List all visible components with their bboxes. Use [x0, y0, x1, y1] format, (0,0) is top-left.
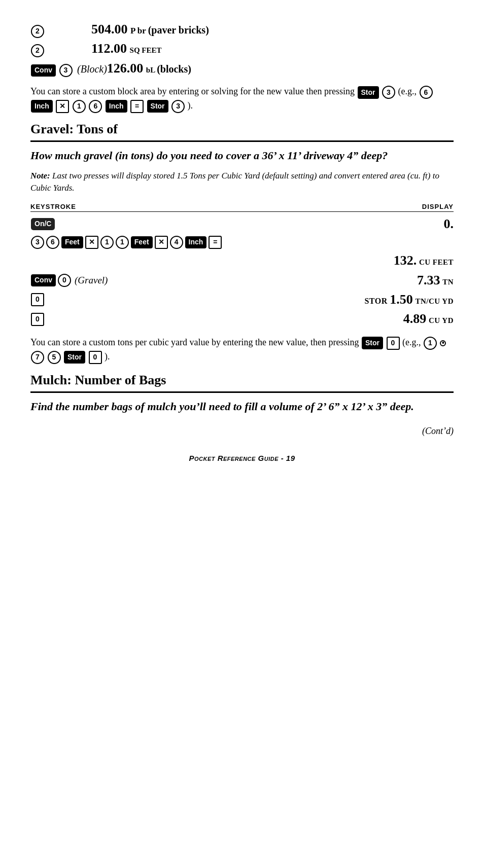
top-line-1: 2 504.00 P br (paver bricks)	[30, 20, 454, 39]
key-7-p2: 7	[31, 351, 44, 364]
gravel-label: (Gravel)	[75, 274, 108, 287]
gravel-question: How much gravel (in tons) do you need to…	[30, 148, 454, 164]
footer: Pocket Reference Guide - 19	[30, 453, 454, 463]
key-x-seq2: ✕	[155, 236, 168, 249]
stor-key-p2: Stor	[362, 337, 383, 349]
key-eq-1: =	[130, 100, 144, 113]
key-0-p2b: 0	[89, 351, 102, 364]
top-lines: 2 504.00 P br (paver bricks) 2 112.00 SQ…	[30, 20, 454, 78]
key-3-p1c: 3	[171, 100, 185, 113]
key-0-cuyd: 0	[31, 313, 44, 326]
key-1-seq1: 1	[100, 236, 114, 249]
key-6-seq: 6	[46, 236, 59, 249]
value-504: 504.00	[91, 22, 128, 37]
unit-blocks: (blocks)	[157, 63, 191, 75]
key-1-p2: 1	[424, 337, 437, 350]
contd-label: (Cont’d)	[30, 425, 454, 438]
key-x-1: ✕	[56, 100, 69, 113]
unit-paver-bricks: (paver bricks)	[148, 24, 209, 35]
onc-key: On/C	[31, 218, 55, 230]
keystroke-row-seq1: 3 6 Feet ✕ 1 1 Feet ✕ 4 Inch =	[30, 234, 454, 250]
stor-key-1: Stor	[358, 86, 379, 99]
inch-key-seq: Inch	[185, 236, 207, 248]
paragraph-1: You can store a custom block area by ent…	[30, 85, 454, 113]
note-1: Note: Last two presses will display stor…	[30, 170, 454, 194]
inch-key-1: Inch	[31, 100, 53, 113]
conv-key-gravel: Conv	[31, 274, 56, 286]
key-x-seq1: ✕	[85, 236, 98, 249]
key-6-p1: 6	[420, 86, 433, 99]
paragraph-2: You can store a custom tons per cubic ya…	[30, 336, 454, 364]
key-0-stor: 0	[31, 293, 44, 306]
stor-label: STOR	[364, 297, 390, 305]
conv-key-block: Conv	[31, 64, 56, 77]
key-6-p1b: 6	[89, 100, 102, 113]
key-3-p1: 3	[382, 86, 395, 99]
keystroke-row-stor: 0 STOR 1.50 TN/CU YD	[30, 291, 454, 309]
block-label: (Block)	[77, 63, 107, 75]
mulch-question: Find the number bags of mulch you’ll nee…	[30, 399, 454, 415]
key-2-circle-2: 2	[31, 44, 44, 57]
key-1-seq2: 1	[116, 236, 129, 249]
unit-p-br: P br	[130, 26, 148, 35]
keystroke-header: Keystroke Display	[30, 202, 454, 212]
keystroke-row-cuyd: 0 4.89 CU YD	[30, 310, 454, 328]
key-eq-seq: =	[209, 236, 222, 249]
section-mulch-header: Mulch: Number of Bags	[30, 371, 454, 393]
key-dot-p2: •	[440, 340, 446, 346]
feet-key-2: Feet	[131, 236, 153, 248]
keystroke-row-gravel: Conv 0 (Gravel) 7.33 TN	[30, 271, 454, 290]
section-gravel-header: Gravel: Tons of	[30, 120, 454, 142]
key-3-circle: 3	[59, 64, 73, 77]
key-0-p2: 0	[387, 337, 400, 350]
top-line-2: 2 112.00 SQ FEET	[30, 40, 454, 58]
unit-sq-feet: SQ FEET	[130, 46, 162, 54]
value-112: 112.00	[91, 41, 127, 56]
key-4-seq: 4	[170, 236, 183, 249]
keystroke-row-cuft: 132. CU FEET	[30, 251, 454, 270]
key-2-circle-1: 2	[31, 25, 44, 38]
feet-key-1: Feet	[61, 236, 83, 248]
unit-bl: bL	[146, 66, 157, 74]
keystroke-table: Keystroke Display On/C 0. 3 6 Feet ✕ 1 1…	[30, 202, 454, 329]
top-line-3: Conv 3 (Block) 126.00 bL (blocks)	[30, 59, 454, 78]
inch-key-2: Inch	[106, 100, 127, 113]
key-1-p1: 1	[73, 100, 86, 113]
keystroke-row-onc: On/C 0.	[30, 215, 454, 233]
stor-key-2: Stor	[147, 100, 168, 113]
stor-key-p2b: Stor	[64, 351, 85, 364]
key-5-p2: 5	[48, 351, 61, 364]
key-3-seq: 3	[31, 236, 44, 249]
key-0-gravel: 0	[58, 274, 71, 287]
value-126: 126.00	[107, 61, 144, 76]
